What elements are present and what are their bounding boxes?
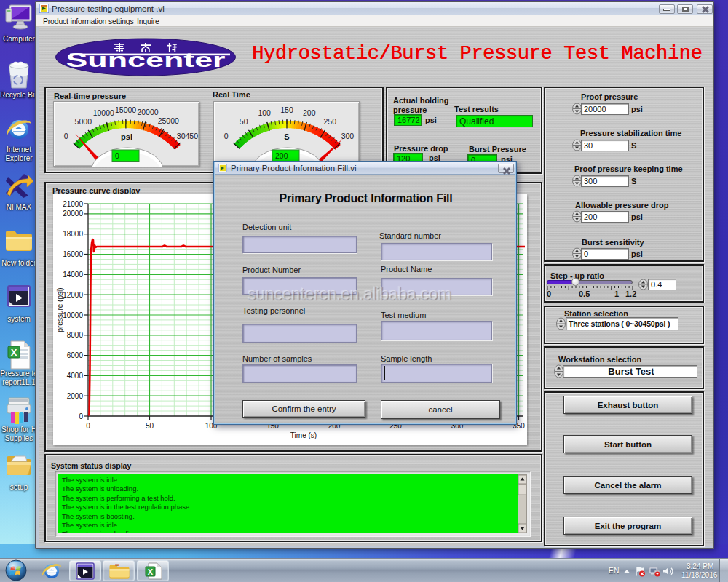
svg-text:50: 50 — [146, 422, 154, 430]
svg-text:10000: 10000 — [93, 108, 114, 117]
svg-text:200: 200 — [275, 151, 288, 160]
svg-text:X: X — [11, 347, 17, 358]
svg-text:300: 300 — [341, 132, 355, 140]
svg-text:30450: 30450 — [177, 132, 198, 140]
svg-text:25000: 25000 — [158, 116, 179, 125]
svg-text:14000: 14000 — [63, 271, 83, 279]
svg-text:100: 100 — [258, 108, 271, 117]
svg-text:8000: 8000 — [67, 331, 84, 339]
svg-text:20000: 20000 — [63, 210, 83, 218]
svg-text:0: 0 — [64, 132, 68, 140]
svg-text:0: 0 — [224, 132, 229, 140]
svg-text:15000: 15000 — [115, 105, 136, 114]
svg-text:Suncenter: Suncenter — [66, 49, 226, 71]
svg-text:2000: 2000 — [67, 392, 84, 400]
svg-text:0: 0 — [79, 412, 83, 420]
svg-text:6000: 6000 — [67, 351, 84, 359]
svg-text:16000: 16000 — [63, 250, 83, 258]
svg-text:pressure (psi): pressure (psi) — [56, 287, 64, 332]
svg-text:0: 0 — [115, 151, 119, 160]
svg-text:50: 50 — [240, 117, 248, 126]
svg-text:10000: 10000 — [63, 311, 83, 319]
svg-text:250: 250 — [324, 117, 337, 126]
svg-text:12000: 12000 — [63, 291, 83, 299]
svg-text:18000: 18000 — [63, 230, 83, 238]
svg-text:200: 200 — [303, 108, 316, 117]
svg-text:4000: 4000 — [67, 372, 84, 380]
svg-text:5000: 5000 — [75, 117, 92, 126]
svg-text:psi: psi — [121, 132, 132, 141]
svg-text:20000: 20000 — [137, 108, 158, 116]
svg-text:21000: 21000 — [63, 200, 83, 208]
svg-text:0: 0 — [86, 422, 90, 430]
svg-text:150: 150 — [280, 105, 293, 114]
svg-text:S: S — [284, 132, 289, 141]
svg-text:X: X — [148, 567, 154, 576]
svg-text:Time (s): Time (s) — [290, 431, 317, 439]
